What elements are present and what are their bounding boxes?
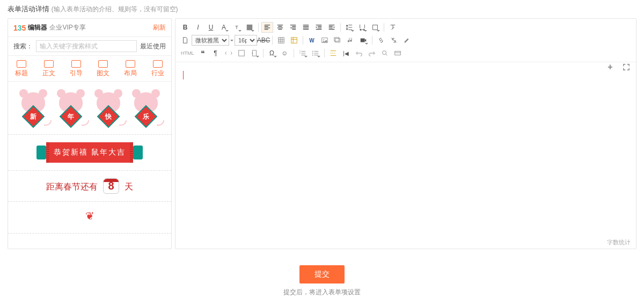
- page-title: 表单活动详情: [8, 5, 49, 13]
- vip-badge: 企业VIP专享: [49, 23, 85, 32]
- align-justify-button[interactable]: [300, 22, 312, 33]
- editor-toolbar: B I U A T: [175, 19, 636, 62]
- tab-body[interactable]: 正文: [35, 58, 63, 81]
- tab-industry[interactable]: 行业: [144, 58, 171, 81]
- letter-spacing-button[interactable]: [356, 22, 368, 33]
- undo-button[interactable]: [353, 48, 365, 59]
- template-countdown[interactable]: 距离春节还有 8 天: [8, 171, 171, 202]
- font-color-button[interactable]: A: [218, 22, 230, 33]
- font-size-button[interactable]: T: [231, 22, 243, 33]
- pagebreak-button[interactable]: [327, 48, 339, 59]
- search-input[interactable]: [36, 40, 137, 52]
- brand: 135 编辑器 企业VIP专享: [13, 23, 86, 32]
- bg-color-button[interactable]: [244, 22, 255, 33]
- style-sidebar: 135 编辑器 企业VIP专享 刷新 搜索： 最近使用 标题 正文 引导 图文 …: [8, 18, 172, 249]
- line-height-button[interactable]: [343, 22, 355, 33]
- snippet-button[interactable]: [223, 48, 235, 59]
- table-button[interactable]: [275, 35, 287, 46]
- align-right-button[interactable]: [287, 22, 299, 33]
- symbol-button[interactable]: Ω: [266, 48, 278, 59]
- image-button[interactable]: [319, 35, 331, 46]
- svg-point-5: [323, 39, 324, 40]
- rich-text-editor: B I U A T: [175, 18, 636, 249]
- svg-text:2: 2: [299, 52, 300, 54]
- tab-guide[interactable]: 引导: [62, 58, 90, 81]
- align-left-button[interactable]: [261, 22, 273, 33]
- margin-button[interactable]: [369, 22, 381, 33]
- page-header: 表单活动详情 (输入表单活动的介绍、规则等，没有可留空): [0, 0, 644, 18]
- template-mice[interactable]: 新 年 快 乐: [8, 82, 171, 135]
- svg-rect-17: [394, 52, 400, 55]
- strikethrough-button[interactable]: ABC: [258, 35, 269, 46]
- svg-rect-3: [291, 38, 297, 43]
- insert-button[interactable]: [248, 48, 260, 59]
- redo-button[interactable]: [366, 48, 378, 59]
- svg-rect-0: [247, 25, 253, 31]
- submit-button[interactable]: 提交: [299, 265, 345, 284]
- underline-button[interactable]: U: [205, 22, 217, 33]
- template-button[interactable]: [236, 48, 247, 59]
- anchor-prev-button[interactable]: |◀: [340, 48, 352, 59]
- html-button[interactable]: HTML: [179, 50, 196, 56]
- brand-logo: 135: [13, 24, 26, 32]
- code-button[interactable]: ¶: [210, 48, 222, 59]
- bird-icon: ❦: [85, 209, 94, 222]
- editor-canvas[interactable]: [175, 62, 636, 249]
- svg-rect-8: [361, 39, 365, 42]
- refresh-link[interactable]: 刷新: [153, 23, 166, 32]
- quote-button[interactable]: ❝: [197, 48, 209, 59]
- recent-link[interactable]: 最近使用: [140, 42, 166, 51]
- tab-image-text[interactable]: 图文: [90, 58, 117, 81]
- music-button[interactable]: [345, 35, 356, 46]
- page-hint: (输入表单活动的介绍、规则等，没有可留空): [52, 5, 178, 13]
- ordered-list-button[interactable]: 12: [297, 48, 309, 59]
- link-button[interactable]: [375, 35, 387, 46]
- template-decor[interactable]: ❦: [8, 202, 171, 234]
- table-props-button[interactable]: [288, 35, 300, 46]
- category-tabs: 标题 正文 引导 图文 布局 行业: [8, 56, 171, 82]
- search-label: 搜索：: [13, 42, 33, 51]
- text-cursor: [183, 71, 184, 79]
- tab-layout[interactable]: 布局: [117, 58, 144, 81]
- indent-right-button[interactable]: [326, 22, 338, 33]
- svg-point-13: [312, 51, 313, 52]
- find-button[interactable]: [379, 48, 391, 59]
- word-button[interactable]: W: [306, 35, 318, 46]
- new-doc-button[interactable]: [179, 35, 191, 46]
- template-list[interactable]: 新 年 快 乐 恭贺新禧 鼠年大吉 距离春节还有: [8, 82, 171, 249]
- svg-point-14: [312, 53, 313, 54]
- video-button[interactable]: [357, 35, 369, 46]
- align-center-button[interactable]: [274, 22, 286, 33]
- font-family-select[interactable]: 微软雅黑: [192, 35, 229, 46]
- tab-title[interactable]: 标题: [8, 58, 35, 81]
- font-size-select[interactable]: 16px: [235, 35, 257, 46]
- preview-button[interactable]: [392, 48, 404, 59]
- font-family-dropdown-icon[interactable]: [230, 35, 234, 46]
- submit-hint: 提交后，将进入表单项设置: [0, 288, 644, 297]
- unordered-list-button[interactable]: [310, 48, 321, 59]
- svg-point-15: [312, 55, 313, 56]
- svg-rect-1: [373, 25, 378, 30]
- multi-image-button[interactable]: [332, 35, 343, 46]
- svg-rect-2: [279, 38, 284, 43]
- template-scroll-banner[interactable]: 恭贺新禧 鼠年大吉: [8, 135, 171, 171]
- indent-left-button[interactable]: [313, 22, 325, 33]
- svg-rect-9: [238, 50, 244, 56]
- svg-point-16: [382, 51, 386, 55]
- brush-button[interactable]: [401, 35, 413, 46]
- unlink-button[interactable]: [388, 35, 400, 46]
- italic-button[interactable]: I: [192, 22, 204, 33]
- bold-button[interactable]: B: [179, 22, 191, 33]
- word-count[interactable]: 字数统计: [607, 238, 631, 246]
- emoji-button[interactable]: ☺: [279, 48, 291, 59]
- svg-rect-10: [252, 50, 256, 56]
- brand-name: 编辑器: [28, 23, 47, 32]
- clear-format-button[interactable]: [387, 22, 399, 33]
